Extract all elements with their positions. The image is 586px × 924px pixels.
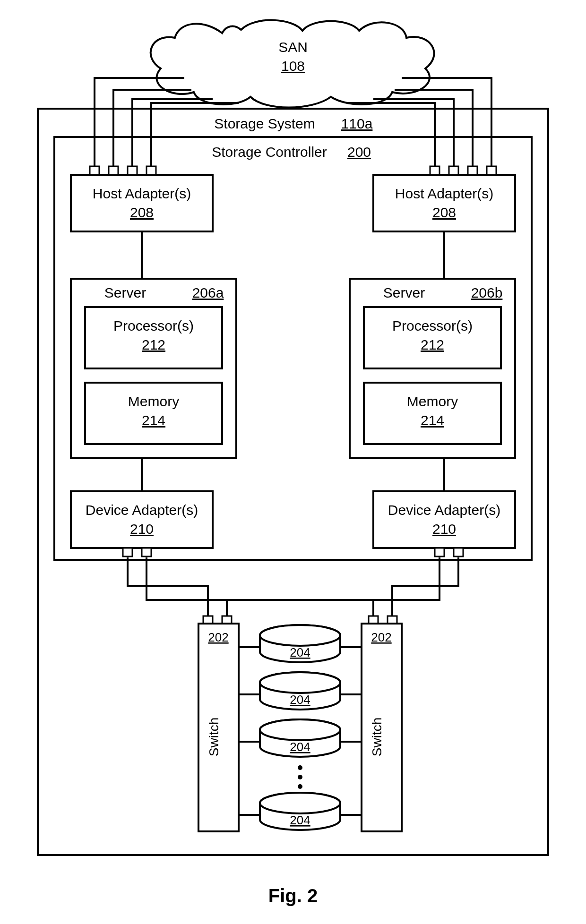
processor-right-label: Processor(s) bbox=[392, 318, 473, 334]
disk-icon: 204 bbox=[239, 719, 362, 757]
san-to-right-port3 bbox=[395, 90, 473, 169]
device-adapter-left-label: Device Adapter(s) bbox=[86, 502, 198, 518]
device-adapter-right-box bbox=[373, 491, 515, 548]
port-icon bbox=[123, 548, 132, 556]
switch-left-ref: 202 bbox=[208, 630, 228, 644]
storage-controller-ref: 200 bbox=[347, 144, 371, 160]
host-adapter-left-label: Host Adapter(s) bbox=[93, 186, 191, 201]
host-adapter-left-box bbox=[71, 175, 213, 231]
figure-caption: Fig. 2 bbox=[268, 885, 318, 906]
da-left-to-switch1 bbox=[128, 557, 208, 619]
switch-right-label: Switch bbox=[370, 718, 384, 756]
ellipsis-icon bbox=[298, 775, 302, 779]
ellipsis-icon bbox=[298, 765, 302, 770]
disk-icon: 204 bbox=[239, 793, 362, 830]
san-to-left-port2 bbox=[113, 90, 191, 169]
processor-left-label: Processor(s) bbox=[113, 318, 194, 334]
disk-icon: 204 bbox=[239, 672, 362, 710]
memory-right-ref: 214 bbox=[421, 412, 444, 428]
device-adapter-left-ref: 210 bbox=[130, 521, 154, 537]
server-left-ref: 206a bbox=[192, 285, 224, 300]
device-adapter-left-box bbox=[71, 491, 213, 548]
port-icon bbox=[90, 166, 99, 175]
device-adapter-right-label: Device Adapter(s) bbox=[388, 502, 500, 518]
san-label: SAN bbox=[278, 39, 308, 55]
host-adapter-right-ref: 208 bbox=[432, 205, 456, 220]
host-adapter-right-box bbox=[373, 175, 515, 231]
da-left-to-switch2 bbox=[146, 557, 373, 619]
port-icon bbox=[435, 548, 444, 556]
svg-point-1 bbox=[260, 625, 340, 646]
svg-point-9 bbox=[260, 719, 340, 740]
port-icon bbox=[146, 166, 156, 175]
memory-right-label: Memory bbox=[407, 394, 458, 409]
disk-ref: 204 bbox=[290, 693, 310, 707]
da-right-to-switch2 bbox=[392, 557, 458, 619]
switch-right-ref: 202 bbox=[371, 630, 391, 644]
processor-left-ref: 212 bbox=[142, 337, 165, 352]
svg-point-13 bbox=[260, 793, 340, 813]
san-ref: 108 bbox=[281, 58, 305, 74]
disk-ref: 204 bbox=[290, 813, 310, 827]
diagram-canvas: Storage System 110a Storage Controller 2… bbox=[0, 0, 586, 924]
host-adapter-left-ref: 208 bbox=[130, 205, 154, 220]
server-right-ref: 206b bbox=[471, 285, 503, 300]
port-icon bbox=[487, 166, 496, 175]
port-icon bbox=[128, 166, 137, 175]
port-icon bbox=[430, 166, 440, 175]
port-icon bbox=[109, 166, 118, 175]
svg-point-5 bbox=[260, 672, 340, 693]
ellipsis-icon bbox=[298, 784, 302, 789]
port-icon bbox=[468, 166, 477, 175]
port-icon bbox=[454, 548, 463, 556]
da-right-to-switch1 bbox=[227, 557, 440, 619]
port-icon bbox=[142, 548, 151, 556]
san-to-left-port3 bbox=[132, 99, 213, 169]
host-adapter-right-label: Host Adapter(s) bbox=[395, 186, 493, 201]
port-icon bbox=[449, 166, 458, 175]
server-right-label: Server bbox=[383, 285, 425, 300]
storage-system-label: Storage System bbox=[214, 116, 315, 131]
memory-left-ref: 214 bbox=[142, 412, 165, 428]
processor-right-ref: 212 bbox=[421, 337, 444, 352]
memory-left-label: Memory bbox=[128, 394, 179, 409]
server-left-label: Server bbox=[104, 285, 146, 300]
switch-left-label: Switch bbox=[207, 718, 221, 756]
disk-icon: 204 bbox=[239, 625, 362, 662]
san-to-right-port2 bbox=[373, 99, 454, 169]
disk-ref: 204 bbox=[290, 740, 310, 754]
device-adapter-right-ref: 210 bbox=[432, 521, 456, 537]
storage-system-ref: 110a bbox=[341, 116, 373, 131]
storage-controller-label: Storage Controller bbox=[212, 144, 327, 160]
disk-ref: 204 bbox=[290, 645, 310, 659]
